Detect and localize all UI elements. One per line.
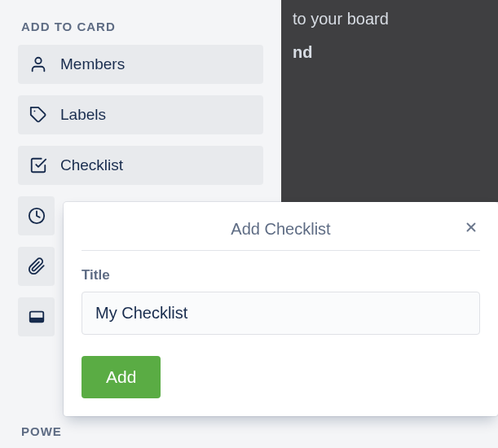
close-button[interactable] [461,217,482,240]
background-panel: to your board nd [281,0,498,202]
close-icon [464,220,478,238]
tag-icon [29,105,52,125]
attachment-icon [26,257,46,276]
labels-button[interactable]: Labels [18,95,263,134]
svg-rect-4 [29,318,43,323]
members-button[interactable]: Members [18,45,263,84]
popover-title: Add Checklist [231,220,330,238]
checklist-title-input[interactable] [82,292,480,335]
checkbox-icon [29,156,52,175]
person-icon [29,55,52,74]
background-text: nd [293,43,491,62]
members-label: Members [60,55,125,73]
checklist-label: Checklist [60,156,123,174]
title-field-label: Title [82,267,480,283]
cover-icon [26,307,46,327]
attachment-button[interactable] [18,247,55,286]
add-to-card-heading: ADD TO CARD [21,20,263,33]
popover-header: Add Checklist [82,212,480,251]
cover-button[interactable] [18,297,55,336]
add-button[interactable]: Add [82,356,161,398]
add-checklist-popover: Add Checklist Title Add [64,202,498,416]
clock-icon [26,206,46,226]
labels-label: Labels [60,106,106,124]
powerups-heading: POWE [21,424,62,438]
dates-button[interactable] [18,196,55,235]
svg-point-0 [35,58,41,64]
checklist-button[interactable]: Checklist [18,146,263,185]
background-text: to your board [293,10,491,29]
